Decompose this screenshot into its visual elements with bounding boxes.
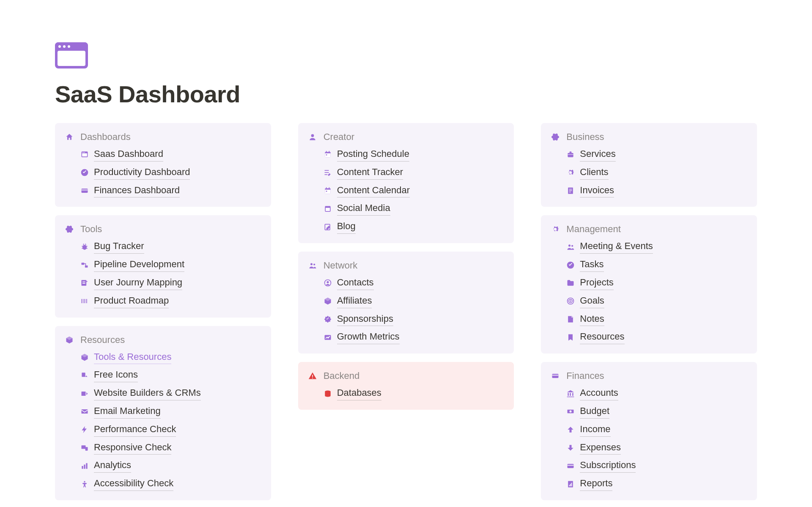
- svg-rect-16: [82, 299, 82, 303]
- svg-point-67: [568, 244, 571, 247]
- link-label: Tools & Resources: [94, 351, 171, 364]
- svg-rect-59: [568, 153, 573, 157]
- link-tools-2[interactable]: User Journy Mapping: [80, 276, 262, 290]
- svg-rect-20: [86, 299, 87, 303]
- link-resources-4[interactable]: Performance Check: [80, 423, 262, 437]
- link-label: Services: [580, 148, 615, 162]
- card-items: ContactsAffiliatesSponsorshipsGrowth Met…: [307, 276, 505, 344]
- browser-icon: [80, 150, 90, 159]
- svg-rect-42: [329, 187, 329, 189]
- link-label: Expenses: [580, 441, 621, 455]
- link-resources-2[interactable]: Website Builders & CRMs: [80, 386, 262, 400]
- warning-icon: [307, 372, 318, 380]
- link-creator-3[interactable]: Social Media: [323, 202, 505, 216]
- bolt-icon: [80, 425, 90, 434]
- card-header-backend: Backend: [307, 370, 505, 381]
- card-items: Meeting & EventsTasksProjectsGoalsNotesR…: [550, 240, 748, 344]
- svg-rect-81: [571, 484, 571, 486]
- card-items: Bug TrackerPipeline DevelopmentUser Jour…: [64, 240, 262, 308]
- page-icon: [55, 42, 88, 69]
- link-tools-1[interactable]: Pipeline Development: [80, 258, 262, 272]
- svg-rect-21: [82, 373, 85, 377]
- svg-rect-35: [326, 154, 327, 156]
- link-management-2[interactable]: Projects: [565, 276, 748, 290]
- link-network-2[interactable]: Sponsorships: [323, 312, 505, 326]
- link-management-3[interactable]: Goals: [565, 294, 748, 308]
- card-tools: ToolsBug TrackerPipeline DevelopmentUser…: [55, 215, 271, 317]
- link-tools-3[interactable]: Product Roadmap: [80, 294, 262, 308]
- link-network-3[interactable]: Growth Metrics: [323, 330, 505, 344]
- link-label: Responsive Check: [94, 441, 171, 455]
- svg-rect-19: [85, 299, 86, 303]
- box-icon: [80, 353, 90, 362]
- svg-rect-25: [85, 447, 88, 450]
- svg-rect-33: [326, 151, 327, 153]
- card-items: AccountsBudgetIncomeExpensesSubscription…: [550, 386, 748, 491]
- card-title: Backend: [324, 370, 360, 381]
- link-label: Clients: [580, 166, 608, 180]
- link-network-0[interactable]: Contacts: [323, 276, 505, 290]
- svg-rect-34: [329, 151, 329, 153]
- link-dashboards-2[interactable]: Finances Dashboard: [80, 184, 262, 198]
- link-label: Reports: [580, 477, 612, 491]
- report-icon: [565, 480, 576, 488]
- link-label: Goals: [580, 294, 604, 308]
- svg-point-29: [84, 481, 85, 482]
- link-management-5[interactable]: Resources: [565, 330, 748, 344]
- link-creator-0[interactable]: Posting Schedule: [323, 148, 505, 162]
- link-resources-1[interactable]: Free Icons: [80, 368, 262, 382]
- svg-rect-28: [86, 463, 87, 469]
- link-creator-2[interactable]: Content Calendar: [323, 184, 505, 198]
- svg-point-2: [82, 152, 83, 153]
- link-label: Website Builders & CRMs: [94, 386, 201, 400]
- link-creator-4[interactable]: Blog: [323, 220, 505, 234]
- link-business-1[interactable]: Clients: [565, 166, 748, 180]
- card-items: ServicesClientsInvoices: [550, 148, 748, 197]
- link-label: User Journy Mapping: [94, 276, 182, 290]
- link-finances-5[interactable]: Reports: [565, 477, 748, 491]
- card-title: Tools: [80, 224, 102, 235]
- link-resources-0[interactable]: Tools & Resources: [80, 351, 262, 364]
- link-backend-0[interactable]: Databases: [323, 386, 505, 400]
- link-dashboards-0[interactable]: Saas Dashboard: [80, 148, 262, 162]
- link-dashboards-1[interactable]: Productivity Dashboard: [80, 166, 262, 180]
- link-resources-6[interactable]: Analytics: [80, 459, 262, 473]
- gear-icon: [550, 225, 560, 233]
- card-management: ManagementMeeting & EventsTasksProjectsG…: [541, 215, 757, 354]
- link-finances-4[interactable]: Subscriptions: [565, 459, 748, 473]
- link-management-1[interactable]: Tasks: [565, 258, 748, 272]
- link-label: Finances Dashboard: [94, 184, 180, 198]
- columns-container: DashboardsSaas DashboardProductivity Das…: [55, 123, 757, 500]
- link-label: Email Marketing: [94, 405, 161, 419]
- link-resources-3[interactable]: Email Marketing: [80, 405, 262, 419]
- link-finances-3[interactable]: Expenses: [565, 441, 748, 455]
- svg-rect-13: [82, 263, 85, 265]
- link-resources-7[interactable]: Accessibility Check: [80, 477, 262, 491]
- link-finances-1[interactable]: Budget: [565, 405, 748, 419]
- download-icon: [80, 371, 90, 380]
- link-creator-1[interactable]: Content Tracker: [323, 166, 505, 180]
- link-management-0[interactable]: Meeting & Events: [565, 240, 748, 254]
- link-label: Contacts: [337, 276, 374, 290]
- responsive-icon: [80, 444, 90, 452]
- link-management-4[interactable]: Notes: [565, 312, 748, 326]
- link-tools-0[interactable]: Bug Tracker: [80, 240, 262, 254]
- link-finances-2[interactable]: Income: [565, 423, 748, 437]
- card-icon: [565, 462, 576, 470]
- link-business-2[interactable]: Invoices: [565, 184, 748, 198]
- link-resources-5[interactable]: Responsive Check: [80, 441, 262, 455]
- card-title: Dashboards: [80, 132, 131, 143]
- card-dashboards: DashboardsSaas DashboardProductivity Das…: [55, 123, 271, 207]
- card-title: Resources: [80, 334, 125, 345]
- link-label: Databases: [337, 386, 381, 400]
- svg-rect-38: [324, 174, 327, 175]
- link-finances-0[interactable]: Accounts: [565, 386, 748, 400]
- link-label: Tasks: [580, 258, 604, 272]
- note-icon: [565, 315, 576, 323]
- card-finances: FinancesAccountsBudgetIncomeExpensesSubs…: [541, 362, 757, 500]
- box-icon: [64, 336, 74, 344]
- link-network-1[interactable]: Affiliates: [323, 294, 505, 308]
- svg-rect-6: [82, 189, 88, 193]
- link-business-0[interactable]: Services: [565, 148, 748, 162]
- check-circle-icon: [80, 168, 90, 177]
